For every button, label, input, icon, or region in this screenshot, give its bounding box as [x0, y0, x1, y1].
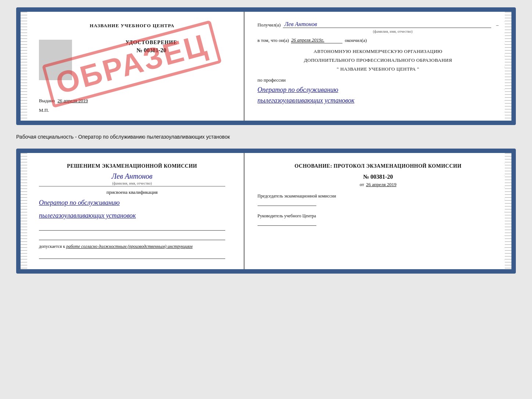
- osnovaniye-block: Основание: протокол экзаменационной коми…: [258, 162, 499, 188]
- blank-line-1: [39, 224, 225, 231]
- rukovoditel-signature-line: [258, 225, 316, 226]
- predsedatel-signature-line: [258, 206, 316, 206]
- osnovaniye-label: Основание: протокол экзаменационной коми…: [258, 162, 499, 170]
- komissia-sublabel: (фамилия, имя, отчество): [39, 181, 225, 186]
- rukovoditel-label: Руководитель учебного Центра: [258, 213, 499, 219]
- top-document: НАЗВАНИЕ УЧЕБНОГО ЦЕНТРА УДОСТОВЕРЕНИЕ №…: [16, 7, 516, 125]
- dopuskaetsya-value: работе согласно должностным (производств…: [66, 244, 193, 249]
- org-block: АВТОНОМНУЮ НЕКОММЕРЧЕСКУЮ ОРГАНИЗАЦИЮ ДО…: [258, 49, 499, 72]
- photo-placeholder: [39, 40, 72, 80]
- dopuskaetsya-block: допускается к работе согласно должностны…: [39, 244, 225, 249]
- mp-line: М.П.: [39, 107, 225, 113]
- fio-sublabel-top: (фамилия, имя, отчество): [287, 29, 499, 33]
- vtom-line: в том, что он(а) 26 апреля 2019г. окончи…: [258, 37, 499, 43]
- spine-decoration-right-bottom: [505, 153, 511, 269]
- udostoverenie-number: № 00381-20: [78, 47, 225, 54]
- top-doc-right-panel: Получил(а) Лев Антонов – (фамилия, имя, …: [245, 12, 511, 121]
- poluchil-line: Получил(а) Лев Антонов –: [258, 21, 499, 28]
- prisvoena-label: присвоена квалификация: [39, 189, 225, 195]
- protocol-date-value: 26 апреля 2019: [366, 182, 396, 187]
- center-name-top: НАЗВАНИЕ УЧЕБНОГО ЦЕНТРА: [39, 23, 225, 29]
- predsedatel-block: Председатель экзаменационной комиссии: [258, 193, 499, 206]
- qual-line2: пылегазоулавливающих установок: [39, 210, 225, 221]
- profession-line2-top: пылегазоулавливающих установок: [258, 95, 499, 106]
- rukovoditel-block: Руководитель учебного Центра: [258, 213, 499, 226]
- middle-caption: Рабочая специальность - Оператор по обсл…: [16, 131, 516, 143]
- top-doc-left-panel: НАЗВАНИЕ УЧЕБНОГО ЦЕНТРА УДОСТОВЕРЕНИЕ №…: [21, 12, 245, 121]
- blank-line-2: [39, 234, 225, 240]
- protocol-date: от 26 апреля 2019: [258, 182, 499, 188]
- bottom-document: Решением экзаменационной комиссии Лев Ан…: [16, 149, 516, 274]
- bottom-doc-right-panel: Основание: протокол экзаменационной коми…: [245, 153, 511, 269]
- qual-line1: Оператор по обслуживанию: [39, 197, 225, 208]
- udostoverenie-block: УДОСТОВЕРЕНИЕ № 00381-20: [39, 36, 225, 54]
- spine-decoration-right: [505, 12, 511, 121]
- bottom-doc-left-panel: Решением экзаменационной комиссии Лев Ан…: [21, 153, 245, 269]
- udostoverenie-title: УДОСТОВЕРЕНИЕ: [78, 40, 225, 46]
- vydano-line: Выдано 26 апреля 2019: [39, 98, 225, 104]
- vydano-date: 26 апреля 2019: [58, 98, 88, 103]
- komissia-name: Лев Антонов: [39, 172, 225, 181]
- predsedatel-label: Председатель экзаменационной комиссии: [258, 193, 499, 199]
- poluchil-name: Лев Антонов: [283, 21, 491, 28]
- profession-block-top: по профессии Оператор по обслуживанию пы…: [258, 77, 499, 106]
- protocol-num: № 00381-20: [258, 174, 499, 180]
- blank-line-3: [39, 252, 225, 259]
- profession-line1-top: Оператор по обслуживанию: [258, 85, 499, 95]
- komissia-heading: Решением экзаменационной комиссии: [39, 162, 225, 170]
